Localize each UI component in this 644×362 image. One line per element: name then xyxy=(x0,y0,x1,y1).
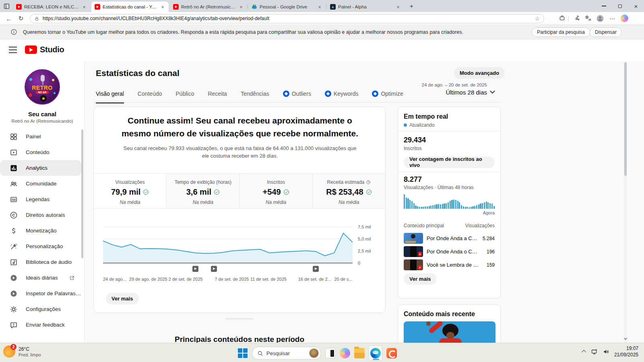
advanced-mode-button[interactable]: Modo avançado xyxy=(454,67,505,79)
browser-tab[interactable]: Estatísticas do canal - YouTube St× xyxy=(91,2,169,12)
back-icon[interactable]: ← xyxy=(5,14,13,23)
content-icon xyxy=(10,148,18,156)
sidebar-item-conte-do[interactable]: Conteúdo xyxy=(0,144,81,160)
app-icon-orange[interactable] xyxy=(386,348,397,358)
live-count-button[interactable]: Ver contagem de inscritos ao vivo xyxy=(404,156,495,168)
browser-profile-avatar[interactable] xyxy=(596,14,604,23)
extensions-icon[interactable] xyxy=(559,14,566,21)
sidebar-item-label: Configurações xyxy=(26,306,81,312)
refresh-icon[interactable]: ↻ xyxy=(17,14,25,23)
sidebar-item-biblioteca-de-udio[interactable]: Biblioteca de áudio xyxy=(0,254,81,270)
new-tab-button[interactable]: + xyxy=(408,3,415,10)
sidebar-scrollbar[interactable] xyxy=(81,130,84,319)
video-marker-icon[interactable] xyxy=(192,266,198,272)
tab-optimize[interactable]: Optimize xyxy=(372,90,403,102)
tab-close-icon[interactable]: × xyxy=(395,4,401,10)
browser-tab[interactable]: Painel - Alpha× xyxy=(327,2,404,12)
tab-público[interactable]: Público xyxy=(176,90,194,102)
volume-icon[interactable] xyxy=(603,348,609,355)
sidebar-item-enviar-feedback[interactable]: Enviar feedback xyxy=(0,317,81,333)
scrollbar-thumb[interactable] xyxy=(624,62,627,176)
tab-outliers[interactable]: Outliers xyxy=(283,90,311,102)
page-scrollbar[interactable] xyxy=(624,61,627,343)
subscriber-label: Inscritos xyxy=(404,146,495,151)
tab-keywords[interactable]: Keywords xyxy=(325,90,358,102)
top-content-row[interactable]: Por Onde Anda a Cantora...5.284 xyxy=(404,232,495,245)
tray-clock[interactable]: 19:07 21/09/2025 xyxy=(614,345,638,358)
taskbar-search[interactable]: Pesquisar xyxy=(252,347,321,360)
start-button[interactable] xyxy=(237,348,248,358)
sidebar-item-inspetor-de-palavras-chav[interactable]: Inspetor de Palavras-chav xyxy=(0,286,81,301)
channel-avatar[interactable]: RETRONO AR xyxy=(25,69,60,105)
sidebar-item-legendas[interactable]: Legendas xyxy=(0,191,81,207)
video-marker-icon[interactable] xyxy=(313,266,319,272)
tab-receita[interactable]: Receita xyxy=(208,90,227,102)
realtime-bar xyxy=(466,207,468,209)
media-controls-icon[interactable] xyxy=(573,14,580,21)
tab-close-icon[interactable]: × xyxy=(81,4,87,10)
address-bar[interactable]: https://studio.youtube.com/channel/UCLBE… xyxy=(30,14,544,23)
metric-card[interactable]: Inscritos+549Na média xyxy=(239,174,312,208)
scroll-down-arrow[interactable] xyxy=(624,337,627,340)
edge-browser-icon-active[interactable] xyxy=(369,346,382,361)
tray-chevron-up-icon[interactable] xyxy=(582,350,586,354)
browser-menu-icon[interactable]: ⋯ xyxy=(609,14,617,23)
date-range-selector[interactable]: 24 de ago. – 20 de set. de 2025 Últimos … xyxy=(419,82,487,96)
hamburger-menu-icon[interactable] xyxy=(9,47,17,53)
network-icon[interactable] xyxy=(591,348,598,355)
sidebar-item-configura-es[interactable]: Configurações xyxy=(0,301,81,317)
see-more-button[interactable]: Ver mais xyxy=(106,293,139,304)
dismiss-button[interactable]: Dispensar xyxy=(590,27,622,37)
sidebar-item-analytics[interactable]: Analytics xyxy=(0,160,81,176)
weather-widget[interactable]: 2 26°C Pred. limpo xyxy=(3,346,41,358)
browser-tab[interactable]: Pessoal - Google Drive× xyxy=(248,2,326,12)
tab-close-icon[interactable]: × xyxy=(238,4,244,10)
vertical-tabs-icon[interactable] xyxy=(3,3,10,10)
realtime-bar xyxy=(440,204,441,209)
window-restore-button[interactable] xyxy=(612,0,628,12)
tab-tendências[interactable]: Tendências xyxy=(241,90,269,102)
sidebar-item-label: Conteúdo xyxy=(26,149,81,155)
tab-visão-geral[interactable]: Visão geral xyxy=(96,90,124,103)
realtime-bar xyxy=(489,203,491,209)
tab-close-icon[interactable]: × xyxy=(317,4,322,10)
check-circle-icon xyxy=(283,189,289,195)
top-content-row[interactable]: Você se Lembra de Jim Dia...159 xyxy=(404,258,495,272)
bookmark-star-icon[interactable]: ☆ xyxy=(535,15,540,22)
copilot-taskbar-icon[interactable] xyxy=(340,348,350,358)
views-chart[interactable] xyxy=(103,223,353,264)
views-48h-bar-chart[interactable] xyxy=(404,193,495,209)
favorites-bar-icon[interactable] xyxy=(584,14,592,22)
sidebar-item-monetiza-o[interactable]: Monetização xyxy=(0,223,81,239)
tab-conteúdo[interactable]: Conteúdo xyxy=(138,90,162,102)
sidebar-item-direitos-autorais[interactable]: Direitos autorais xyxy=(0,207,81,223)
app-icon-widgets[interactable] xyxy=(325,348,336,358)
metric-card[interactable]: Visualizações79,9 milNa média xyxy=(94,174,166,208)
tab-title: RECEBA: LEON e NILCE do COISA xyxy=(24,4,79,9)
top-content-row[interactable]: Por Onde Anda o Cantor O...196 xyxy=(404,245,495,258)
sidebar-item-comunidade[interactable]: Comunidade xyxy=(0,176,81,191)
realtime-see-more-button[interactable]: Ver mais xyxy=(404,273,437,285)
metric-note: Na média xyxy=(94,200,166,205)
check-circle-icon xyxy=(366,189,372,195)
metric-card[interactable]: Tempo de exibição (horas)3,6 milNa média xyxy=(166,174,239,208)
file-explorer-icon[interactable] xyxy=(354,348,365,358)
sidebar-item-ideais-di-rias[interactable]: Ideais diárias xyxy=(0,270,81,286)
tab-close-icon[interactable]: × xyxy=(160,4,165,10)
insight-headline: Continue assim! Seu canal recebeu aproxi… xyxy=(114,114,366,140)
sidebar-item-personaliza-o[interactable]: Personalização xyxy=(0,239,81,254)
window-close-button[interactable]: × xyxy=(628,0,644,12)
browser-tab[interactable]: RECEBA: LEON e NILCE do COISA× xyxy=(13,2,90,12)
studio-logo[interactable]: Studio xyxy=(25,45,64,54)
sidebar-item-label: Monetização xyxy=(26,228,81,234)
sidebar-item-painel[interactable]: Painel xyxy=(0,129,81,144)
sidebar-item-label: Legendas xyxy=(26,196,81,202)
shorts-badge-icon xyxy=(418,265,422,269)
copilot-icon[interactable] xyxy=(621,14,628,22)
browser-tab[interactable]: Retrô no Ar (Retromusicando) - Y× xyxy=(170,2,247,12)
metric-card[interactable]: Receita estimadaR$ 253,48Na média xyxy=(312,174,385,208)
community-icon xyxy=(10,180,18,188)
window-minimize-button[interactable] xyxy=(596,0,612,12)
video-marker-icon[interactable] xyxy=(211,266,217,272)
participate-survey-button[interactable]: Participar da pesquisa xyxy=(532,27,590,37)
